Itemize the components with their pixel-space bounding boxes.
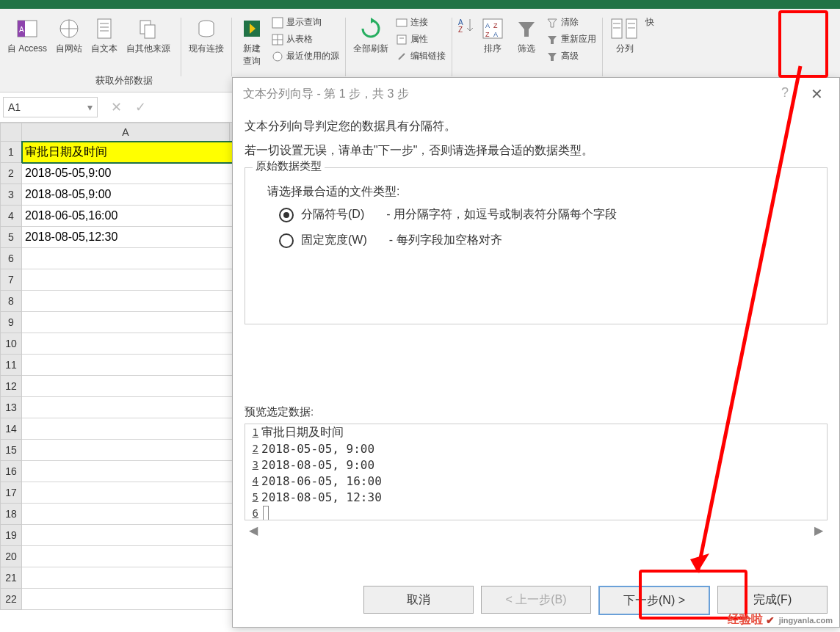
recent-sources-button[interactable]: 最近使用的源 (272, 50, 339, 62)
fieldset-legend: 原始数据类型 (253, 159, 325, 173)
cancel-icon[interactable]: ✕ (111, 99, 122, 115)
cell[interactable] (22, 269, 236, 291)
svg-text:Z: Z (458, 26, 463, 34)
close-icon[interactable]: ✕ (803, 82, 830, 106)
row-header[interactable]: 22 (0, 589, 22, 610)
cell[interactable] (22, 525, 236, 546)
cell[interactable] (22, 312, 236, 333)
back-button: < 上一步(B) (481, 586, 591, 614)
row-header[interactable]: 5 (0, 227, 22, 248)
cell[interactable] (22, 546, 236, 567)
cell[interactable] (22, 440, 236, 461)
svg-point-16 (273, 52, 282, 61)
fixed-width-desc: - 每列字段加空格对齐 (389, 233, 502, 248)
row-header[interactable]: 15 (0, 440, 22, 461)
finish-button[interactable]: 完成(F) (717, 586, 828, 614)
next-button[interactable]: 下一步(N) > (598, 586, 710, 615)
svg-rect-28 (626, 19, 637, 38)
cell[interactable] (22, 248, 236, 269)
svg-rect-4 (98, 19, 111, 38)
filter-button[interactable]: 筛选 (510, 15, 543, 57)
new-query-button[interactable]: 新建 查询 (235, 15, 269, 69)
col-header-A[interactable]: A (22, 123, 230, 142)
from-text-button[interactable]: 自文本 (87, 15, 122, 57)
fixed-width-radio[interactable] (279, 233, 294, 248)
choose-type-label: 请选择最合适的文件类型: (267, 184, 814, 200)
connections-button[interactable]: 连接 (396, 16, 446, 29)
menu-bar (0, 0, 840, 9)
edit-links-button[interactable]: 编辑链接 (396, 50, 446, 62)
cell[interactable] (22, 504, 236, 525)
cell[interactable] (22, 291, 236, 312)
reapply-button[interactable]: 重新应用 (546, 33, 596, 46)
cell[interactable]: 2018-08-05,12:30 (22, 227, 236, 248)
cell[interactable]: 2018-06-05,16:00 (22, 206, 236, 227)
svg-text:A: A (19, 26, 24, 34)
refresh-all-button[interactable]: 全部刷新 (349, 15, 393, 57)
help-icon[interactable]: ? (774, 82, 796, 106)
from-web-button[interactable]: 自网站 (51, 15, 87, 57)
svg-text:Z: Z (485, 31, 490, 38)
row-header[interactable]: 14 (0, 418, 22, 440)
row-header[interactable]: 21 (0, 567, 22, 589)
cell[interactable]: 2018-08-05,9:00 (22, 184, 236, 206)
row-header[interactable]: 8 (0, 291, 22, 312)
preview-label: 预览选定数据: (245, 405, 828, 419)
row-header[interactable]: 12 (0, 376, 22, 397)
properties-button[interactable]: 属性 (396, 33, 446, 46)
cell[interactable] (22, 376, 236, 397)
existing-connections-button[interactable]: 现有连接 (184, 15, 228, 57)
scroll-left-icon[interactable]: ◀ (249, 523, 258, 537)
fast-fill-button[interactable]: 快 (644, 15, 659, 30)
row-header[interactable]: 13 (0, 397, 22, 418)
select-all-corner[interactable] (0, 123, 22, 142)
cell[interactable] (22, 418, 236, 440)
row-header[interactable]: 19 (0, 525, 22, 546)
text-to-columns-button[interactable]: 分列 (606, 15, 644, 57)
sort-button[interactable]: AZZA 排序 (476, 15, 510, 57)
cell[interactable] (22, 333, 236, 355)
confirm-icon[interactable]: ✓ (135, 99, 146, 115)
dialog-text: 若一切设置无误，请单击"下一步"，否则请选择最合适的数据类型。 (245, 143, 828, 159)
svg-text:A: A (493, 31, 498, 38)
text-to-columns-wizard-dialog: 文本分列向导 - 第 1 步，共 3 步 ? ✕ 文本分列向导判定您的数据具有分… (232, 77, 840, 628)
cell[interactable] (22, 589, 236, 610)
row-header[interactable]: 9 (0, 312, 22, 333)
clear-filter-button[interactable]: 清除 (546, 16, 596, 29)
row-header[interactable]: 11 (0, 355, 22, 376)
svg-rect-9 (145, 25, 155, 38)
advanced-filter-button[interactable]: 高级 (546, 50, 596, 62)
delimited-radio[interactable] (279, 208, 294, 222)
dialog-text: 文本分列向导判定您的数据具有分隔符。 (245, 119, 828, 134)
row-header[interactable]: 17 (0, 482, 22, 504)
row-header[interactable]: 10 (0, 333, 22, 355)
cell[interactable]: 2018-05-05,9:00 (22, 163, 236, 184)
cancel-button[interactable]: 取消 (363, 586, 474, 614)
cell[interactable] (22, 461, 236, 482)
scroll-right-icon[interactable]: ▶ (814, 523, 823, 537)
name-box[interactable]: A1 ▾ (3, 97, 98, 117)
chevron-down-icon: ▾ (87, 101, 93, 113)
svg-rect-17 (397, 19, 407, 26)
row-header[interactable]: 20 (0, 546, 22, 567)
from-access-button[interactable]: A 自 Access (3, 15, 51, 57)
row-header[interactable]: 3 (0, 184, 22, 206)
original-data-type-fieldset: 原始数据类型 请选择最合适的文件类型: 分隔符号(D) - 用分隔字符，如逗号或… (245, 167, 828, 324)
cell[interactable] (22, 567, 236, 589)
cell[interactable] (22, 482, 236, 504)
cell[interactable]: 审批日期及时间 (22, 142, 236, 163)
sort-az-button[interactable]: AZ (455, 15, 476, 57)
row-header[interactable]: 4 (0, 206, 22, 227)
row-header[interactable]: 1 (0, 142, 22, 163)
row-header[interactable]: 16 (0, 461, 22, 482)
cell[interactable] (22, 397, 236, 418)
row-header[interactable]: 18 (0, 504, 22, 525)
row-header[interactable]: 2 (0, 163, 22, 184)
show-query-button[interactable]: 显示查询 (272, 16, 339, 29)
from-table-button[interactable]: 从表格 (272, 33, 339, 46)
cell[interactable] (22, 355, 236, 376)
row-header[interactable]: 6 (0, 248, 22, 269)
from-other-button[interactable]: 自其他来源 (122, 15, 175, 57)
preview-box: 1审批日期及时间22018-05-05, 9:0032018-08-05, 9:… (245, 424, 828, 520)
row-header[interactable]: 7 (0, 269, 22, 291)
